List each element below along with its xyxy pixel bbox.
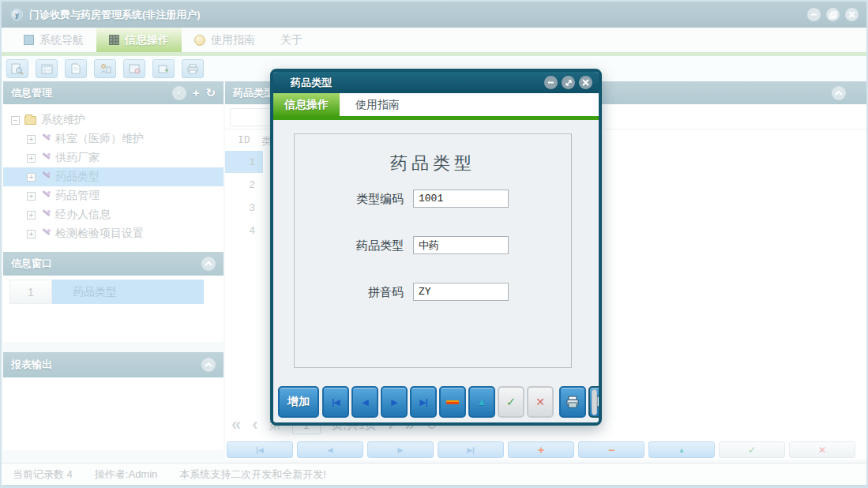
window-icon xyxy=(24,35,34,45)
delete-record-button[interactable] xyxy=(439,386,466,418)
main-panel-title: 药品类型 xyxy=(233,86,274,100)
last-record-icon: ▶| xyxy=(467,446,474,454)
nav-last-button[interactable]: ▶| xyxy=(438,441,504,458)
nav-add-button[interactable]: + xyxy=(508,441,574,458)
prev-page-icon[interactable]: ‹ xyxy=(252,415,257,435)
tree-node[interactable]: + 科室（医师）维护 xyxy=(3,130,224,148)
dialog-maximize-icon[interactable] xyxy=(562,76,575,89)
collapse-box-icon[interactable]: − xyxy=(11,116,20,125)
collapse-chevron-icon[interactable] xyxy=(832,86,846,100)
export-document-icon[interactable] xyxy=(152,59,175,78)
expand-box-icon[interactable]: + xyxy=(27,192,36,201)
prev-record-button[interactable]: ◀ xyxy=(351,386,378,418)
restore-icon[interactable] xyxy=(826,8,840,21)
pinyin-code-input[interactable] xyxy=(413,283,509,301)
grid-icon xyxy=(109,35,119,45)
drug-type-input[interactable] xyxy=(413,236,509,254)
last-record-icon: ▶| xyxy=(419,397,427,407)
cancel-button[interactable]: ✕ xyxy=(527,386,554,418)
tree-node-selected[interactable]: + 药品类型 xyxy=(3,167,224,186)
list-item-index: 1 xyxy=(9,280,52,304)
tree-node[interactable]: + 检测检验项目设置 xyxy=(3,224,224,243)
list-item[interactable]: 1 药品类型 xyxy=(9,280,204,304)
first-page-icon[interactable]: « xyxy=(231,415,241,435)
info-window-header: 信息窗口 xyxy=(3,252,224,276)
tab-system-nav-label: 系统导航 xyxy=(39,33,84,47)
delete-record-icon xyxy=(446,400,459,404)
expand-box-icon[interactable]: + xyxy=(27,135,36,144)
last-record-button[interactable]: ▶| xyxy=(410,386,437,418)
field-label-type-code: 类型编码 xyxy=(295,192,404,207)
expand-box-icon[interactable]: + xyxy=(27,211,36,220)
window-table-icon[interactable] xyxy=(36,59,58,78)
expand-box-icon[interactable]: + xyxy=(27,173,36,182)
tab-user-guide[interactable]: 使用指南 xyxy=(182,28,268,52)
new-document-icon[interactable] xyxy=(65,59,87,78)
tree-node[interactable]: + 经办人信息 xyxy=(3,205,224,224)
filter-input[interactable] xyxy=(230,108,274,126)
nav-next-button[interactable]: ▶ xyxy=(367,441,434,458)
nav-cancel-button[interactable]: ✕ xyxy=(789,441,855,458)
dialog-minimize-icon[interactable] xyxy=(544,76,558,89)
window-search-icon[interactable] xyxy=(123,59,145,78)
confirm-button[interactable]: ✓ xyxy=(498,386,524,418)
document-search-icon[interactable] xyxy=(6,59,28,78)
printer-icon[interactable] xyxy=(182,59,204,78)
tab-user-guide-label: 使用指南 xyxy=(211,33,255,47)
first-record-button[interactable]: |◀ xyxy=(322,386,349,418)
user-computer-icon[interactable] xyxy=(94,59,116,78)
cell-id: 4 xyxy=(225,220,263,242)
tab-system-nav[interactable]: 系统导航 xyxy=(11,28,96,52)
form-group-box: 药品类型 类型编码 药品类型 拼音码 xyxy=(294,133,572,368)
dialog-form-area: 药品类型 类型编码 药品类型 拼音码 xyxy=(273,120,599,385)
expand-box-icon[interactable]: + xyxy=(27,230,36,238)
prev-record-icon: ◀ xyxy=(328,446,333,454)
tree-item-label: 科室（医师）维护 xyxy=(55,132,144,146)
status-message: 本系统支持二次开发和全新开发! xyxy=(168,467,337,482)
first-record-icon: |◀ xyxy=(332,397,340,407)
tree-node[interactable]: + 供药厂家 xyxy=(3,148,224,167)
nav-first-button[interactable]: |◀ xyxy=(227,441,293,458)
collapse-chevron-icon[interactable] xyxy=(201,257,216,271)
report-output-header: 报表输出 xyxy=(3,352,224,377)
expand-box-icon[interactable]: + xyxy=(27,154,36,163)
dialog-tab-user-guide[interactable]: 使用指南 xyxy=(340,93,415,116)
nav-delete-button[interactable]: − xyxy=(578,441,644,458)
tree-node-root[interactable]: − 系统维护 xyxy=(3,111,224,130)
panel-refresh-icon[interactable]: ↻ xyxy=(205,86,216,100)
add-button[interactable]: 增加 xyxy=(278,386,319,418)
tree-item-label: 供药厂家 xyxy=(55,151,100,165)
edit-record-button[interactable]: ▲ xyxy=(468,386,495,418)
panel-add-icon[interactable]: + xyxy=(193,86,200,99)
wand-icon xyxy=(40,153,51,163)
printer-icon xyxy=(566,396,580,408)
column-header[interactable]: ID xyxy=(238,134,250,146)
tree-node[interactable]: + 药品管理 xyxy=(3,186,224,205)
cancel-icon: ✕ xyxy=(818,445,826,456)
cancel-icon: ✕ xyxy=(535,396,545,408)
app-logo-icon: y xyxy=(11,9,23,21)
tab-about[interactable]: 关于 xyxy=(268,28,315,52)
status-bar: 当前记录数 4 操作者:Admin 本系统支持二次开发和全新开发! xyxy=(2,463,866,485)
print-button[interactable] xyxy=(559,386,586,418)
next-record-button[interactable]: ▶ xyxy=(381,386,408,418)
wand-icon xyxy=(40,172,51,182)
dialog-tab-info-ops[interactable]: 信息操作 xyxy=(273,93,340,116)
tab-info-ops[interactable]: 信息操作 xyxy=(96,28,182,52)
panel-back-icon[interactable]: ‹ xyxy=(172,86,186,100)
cell-id: 1 xyxy=(225,151,263,173)
next-record-icon: ▶ xyxy=(391,397,396,407)
type-code-input[interactable] xyxy=(413,190,509,208)
nav-prev-button[interactable]: ◀ xyxy=(297,441,363,458)
close-icon[interactable] xyxy=(845,8,859,21)
nav-confirm-button[interactable]: ✓ xyxy=(719,441,785,458)
dialog-close-icon[interactable] xyxy=(579,76,592,89)
nav-edit-button[interactable]: ▲ xyxy=(648,441,715,458)
minimize-icon[interactable] xyxy=(807,8,821,21)
scrollbar-thumb[interactable] xyxy=(592,389,597,415)
edit-record-icon: ▲ xyxy=(678,446,686,454)
collapse-chevron-icon[interactable] xyxy=(201,358,216,372)
tab-info-ops-label: 信息操作 xyxy=(125,33,169,47)
wand-icon xyxy=(40,210,51,220)
field-label-drug-type: 药品类型 xyxy=(295,238,404,253)
